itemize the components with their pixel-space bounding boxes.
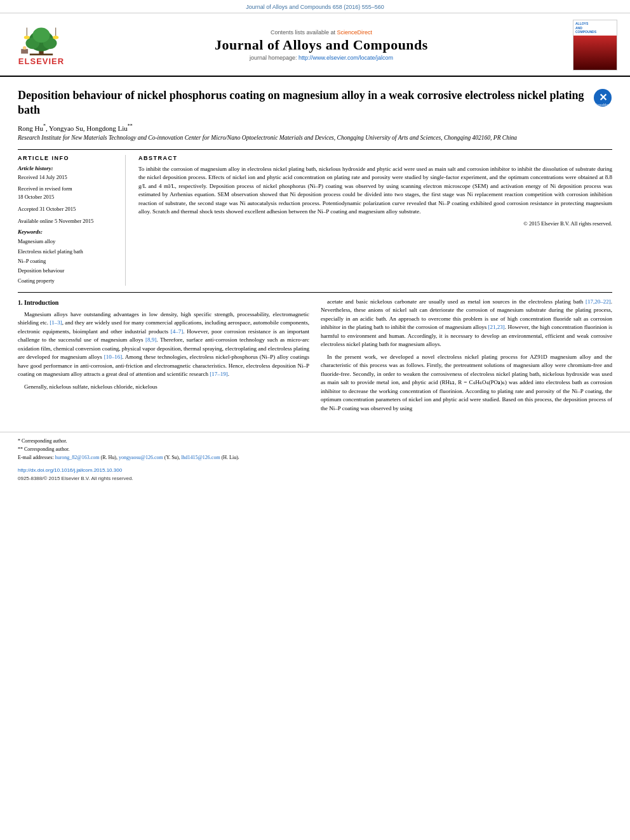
svg-point-7 [24, 36, 30, 39]
email2-name: (Y. Su), [164, 455, 180, 460]
svg-point-11 [23, 46, 26, 49]
article-received-revised: Received in revised form 18 October 2015 [18, 185, 117, 201]
article-content: Deposition behaviour of nickel phosphoru… [0, 77, 630, 425]
affiliation: Research Institute for New Materials Tec… [18, 134, 612, 142]
email1-name: (R. Hu), [100, 455, 117, 460]
corresponding-note-1: * Corresponding author. [18, 437, 612, 446]
doi-link[interactable]: http://dx.doi.org/10.1016/j.jallcom.2015… [18, 467, 122, 473]
journal-header: ELSEVIER Contents lists available at Sci… [0, 13, 630, 77]
intro-para-2: Generally, nickelous sulfate, nickelous … [18, 383, 309, 392]
svg-rect-10 [21, 49, 28, 53]
info-abstract-section: ARTICLE INFO Article history: Received 1… [18, 149, 612, 286]
keyword-1: Magnesium alloy [18, 237, 117, 246]
article-history-label: Article history: [18, 165, 117, 171]
svg-point-4 [32, 27, 50, 43]
journal-citation-text: Journal of Alloys and Compounds 658 (201… [246, 4, 384, 10]
elsevier-tree-icon [16, 25, 67, 57]
svg-point-9 [53, 36, 58, 39]
author-sup-2: ** [128, 123, 133, 129]
email3-name: (H. Liu). [222, 455, 239, 460]
email2-link[interactable]: yongyaosu@126.com [119, 455, 163, 460]
corresponding-note-2: ** Corresponding author. [18, 446, 612, 454]
ref-8-9[interactable]: [8,9] [145, 337, 156, 343]
ref-10-16[interactable]: [10–16] [104, 354, 123, 360]
journal-thumbnail: ALLOYSANDCOMPOUNDS [573, 20, 617, 70]
elsevier-logo: ELSEVIER [13, 25, 70, 66]
homepage-link[interactable]: http://www.elsevier.com/locate/jalcom [298, 55, 393, 61]
sciencedirect-line: Contents lists available at ScienceDirec… [271, 29, 372, 36]
body-columns: 1. Introduction Magnesium alloys have ou… [18, 298, 612, 417]
page: Journal of Alloys and Compounds 658 (201… [0, 0, 630, 840]
ref-1-3[interactable]: [1–3] [50, 319, 62, 326]
elsevier-label: ELSEVIER [18, 57, 64, 66]
sciencedirect-prefix: Contents lists available at [271, 29, 337, 36]
journal-center: Contents lists available at ScienceDirec… [80, 29, 563, 61]
email3-link[interactable]: lhd1415@126.com [181, 455, 220, 460]
keyword-4: Deposition behaviour [18, 266, 117, 276]
email-label: E-mail addresses: [18, 455, 54, 460]
abstract-panel: ABSTRACT To inhibit the corrosion of mag… [138, 155, 612, 286]
author-rong-hu: Rong Hu [18, 124, 43, 131]
abstract-text: To inhibit the corrosion of magnesium al… [138, 165, 612, 217]
right-para-2: In the present work, we developed a nove… [321, 353, 612, 413]
intro-section-title: 1. Introduction [18, 298, 309, 307]
article-available: Available online 5 November 2015 [18, 217, 117, 225]
left-column: 1. Introduction Magnesium alloys have ou… [18, 298, 309, 417]
crossmark-icon[interactable]: ✕ CrossMark [593, 88, 612, 107]
email1-link[interactable]: hurong_82@163.com [55, 455, 100, 460]
keyword-3: Ni–P coating [18, 257, 117, 266]
intro-para-1: Magnesium alloys have outstanding advant… [18, 310, 309, 379]
article-info-heading: ARTICLE INFO [18, 155, 117, 161]
ref-17-19[interactable]: [17–19] [210, 371, 228, 377]
journal-title: Journal of Alloys and Compounds [215, 37, 428, 53]
section-divider [18, 292, 612, 293]
article-title: Deposition behaviour of nickel phosphoru… [18, 88, 587, 118]
issn-text: 0925-8388/© 2015 Elsevier B.V. All right… [18, 476, 133, 481]
right-para-1: acetate and basic nickelous carbonate ar… [321, 298, 612, 349]
article-received-1: Received 14 July 2015 [18, 173, 117, 182]
footer-issn: 0925-8388/© 2015 Elsevier B.V. All right… [18, 476, 612, 481]
svg-text:CrossMark: CrossMark [595, 103, 611, 107]
svg-rect-5 [30, 53, 53, 55]
thumb-title: ALLOYSANDCOMPOUNDS [573, 20, 617, 36]
abstract-heading: ABSTRACT [138, 155, 612, 161]
thumb-graphic [573, 36, 617, 70]
right-column: acetate and basic nickelous carbonate ar… [321, 298, 612, 417]
keywords-list: Magnesium alloy Electroless nickel plati… [18, 237, 117, 285]
keywords-label: Keywords: [18, 229, 117, 235]
svg-text:✕: ✕ [599, 92, 607, 103]
ref-4-7[interactable]: [4–7] [171, 328, 184, 335]
ref-17-20-22[interactable]: [17,20–22] [586, 298, 611, 305]
homepage-prefix: journal homepage: [250, 55, 298, 61]
footer-bottom: http://dx.doi.org/10.1016/j.jallcom.2015… [18, 465, 612, 473]
ref-21-23[interactable]: [21,23] [488, 324, 505, 330]
email-footnotes: E-mail addresses: hurong_82@163.com (R. … [18, 454, 612, 462]
homepage-line: journal homepage: http://www.elsevier.co… [250, 55, 393, 61]
copyright-line: © 2015 Elsevier B.V. All rights reserved… [138, 220, 612, 227]
keyword-5: Coating property [18, 276, 117, 286]
title-area: Deposition behaviour of nickel phosphoru… [18, 86, 612, 123]
footer: * Corresponding author. ** Corresponding… [0, 432, 630, 484]
journal-citation-bar: Journal of Alloys and Compounds 658 (201… [0, 0, 630, 13]
authors-line: Rong Hu*, Yongyao Su, Hongdong Liu** [18, 123, 612, 132]
keyword-2: Electroless nickel plating bath [18, 247, 117, 257]
sciencedirect-link[interactable]: ScienceDirect [337, 29, 373, 36]
article-info-panel: ARTICLE INFO Article history: Received 1… [18, 155, 126, 286]
article-accepted: Accepted 31 October 2015 [18, 205, 117, 213]
